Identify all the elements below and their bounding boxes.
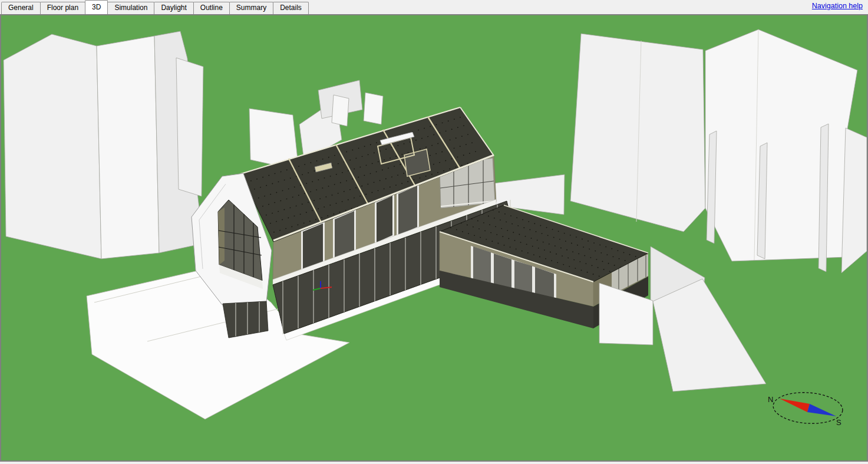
tab-general[interactable]: General: [1, 2, 41, 14]
tab-bar: General Floor plan 3D Simulation Dayligh…: [0, 0, 868, 14]
building-face: [97, 36, 159, 259]
neighbor-buildings-left: [4, 31, 203, 259]
viewport-3d[interactable]: N S: [0, 14, 868, 462]
tab-daylight[interactable]: Daylight: [154, 2, 193, 14]
tab-summary[interactable]: Summary: [229, 2, 273, 14]
building-face: [841, 128, 867, 273]
compass-south-label: S: [836, 418, 841, 427]
tab-label: Details: [280, 4, 302, 12]
tab-label: General: [8, 4, 34, 12]
tab-label: Summary: [236, 4, 266, 12]
tab-floor-plan[interactable]: Floor plan: [40, 2, 85, 14]
building-face: [176, 58, 203, 196]
compass-north-label: N: [768, 395, 773, 404]
tab-simulation[interactable]: Simulation: [107, 2, 154, 14]
window-glass: [377, 196, 392, 242]
window-glass: [398, 186, 417, 235]
tab-label: Floor plan: [47, 4, 78, 12]
tab-label: 3D: [92, 3, 101, 11]
wall-fin: [364, 93, 383, 124]
tab-label: Outline: [200, 4, 223, 12]
wall-fin: [332, 95, 349, 126]
scene-3d: N S: [1, 15, 867, 460]
tab-details[interactable]: Details: [273, 2, 309, 14]
navigation-help-link[interactable]: Navigation help: [812, 2, 863, 10]
tab-label: Simulation: [114, 4, 147, 12]
tab-3d[interactable]: 3D: [85, 0, 108, 14]
building-face: [4, 34, 101, 259]
tab-label: Daylight: [161, 4, 186, 12]
tab-outline[interactable]: Outline: [193, 2, 230, 14]
building-face: [705, 29, 857, 261]
building-face: [570, 34, 705, 232]
